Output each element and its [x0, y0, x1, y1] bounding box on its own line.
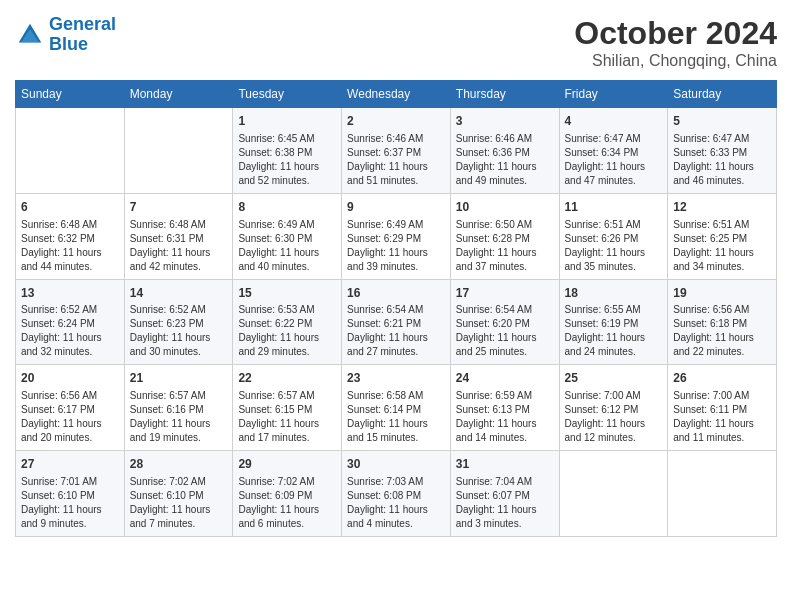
weekday-header: Sunday — [16, 81, 125, 108]
calendar-day-cell: 13Sunrise: 6:52 AMSunset: 6:24 PMDayligh… — [16, 279, 125, 365]
day-info: Sunrise: 7:03 AMSunset: 6:08 PMDaylight:… — [347, 475, 445, 531]
title-block: October 2024 Shilian, Chongqing, China — [574, 15, 777, 70]
calendar-day-cell — [559, 451, 668, 537]
calendar-day-cell: 31Sunrise: 7:04 AMSunset: 6:07 PMDayligh… — [450, 451, 559, 537]
day-number: 30 — [347, 456, 445, 473]
day-number: 16 — [347, 285, 445, 302]
day-info: Sunrise: 7:00 AMSunset: 6:11 PMDaylight:… — [673, 389, 771, 445]
day-number: 12 — [673, 199, 771, 216]
day-info: Sunrise: 6:54 AMSunset: 6:21 PMDaylight:… — [347, 303, 445, 359]
calendar-table: SundayMondayTuesdayWednesdayThursdayFrid… — [15, 80, 777, 537]
calendar-day-cell: 15Sunrise: 6:53 AMSunset: 6:22 PMDayligh… — [233, 279, 342, 365]
day-info: Sunrise: 7:02 AMSunset: 6:10 PMDaylight:… — [130, 475, 228, 531]
calendar-day-cell: 6Sunrise: 6:48 AMSunset: 6:32 PMDaylight… — [16, 193, 125, 279]
day-info: Sunrise: 6:45 AMSunset: 6:38 PMDaylight:… — [238, 132, 336, 188]
calendar-day-cell: 12Sunrise: 6:51 AMSunset: 6:25 PMDayligh… — [668, 193, 777, 279]
day-number: 9 — [347, 199, 445, 216]
day-info: Sunrise: 6:47 AMSunset: 6:34 PMDaylight:… — [565, 132, 663, 188]
calendar-day-cell — [16, 108, 125, 194]
day-info: Sunrise: 6:51 AMSunset: 6:25 PMDaylight:… — [673, 218, 771, 274]
weekday-header: Friday — [559, 81, 668, 108]
calendar-week-row: 1Sunrise: 6:45 AMSunset: 6:38 PMDaylight… — [16, 108, 777, 194]
calendar-week-row: 20Sunrise: 6:56 AMSunset: 6:17 PMDayligh… — [16, 365, 777, 451]
day-number: 1 — [238, 113, 336, 130]
day-number: 23 — [347, 370, 445, 387]
calendar-day-cell: 26Sunrise: 7:00 AMSunset: 6:11 PMDayligh… — [668, 365, 777, 451]
day-number: 18 — [565, 285, 663, 302]
calendar-day-cell: 24Sunrise: 6:59 AMSunset: 6:13 PMDayligh… — [450, 365, 559, 451]
weekday-header: Saturday — [668, 81, 777, 108]
day-number: 6 — [21, 199, 119, 216]
calendar-day-cell: 7Sunrise: 6:48 AMSunset: 6:31 PMDaylight… — [124, 193, 233, 279]
weekday-header: Tuesday — [233, 81, 342, 108]
day-info: Sunrise: 6:53 AMSunset: 6:22 PMDaylight:… — [238, 303, 336, 359]
day-info: Sunrise: 6:48 AMSunset: 6:32 PMDaylight:… — [21, 218, 119, 274]
day-number: 31 — [456, 456, 554, 473]
day-number: 13 — [21, 285, 119, 302]
day-number: 22 — [238, 370, 336, 387]
calendar-day-cell: 21Sunrise: 6:57 AMSunset: 6:16 PMDayligh… — [124, 365, 233, 451]
day-info: Sunrise: 6:57 AMSunset: 6:15 PMDaylight:… — [238, 389, 336, 445]
calendar-day-cell: 16Sunrise: 6:54 AMSunset: 6:21 PMDayligh… — [342, 279, 451, 365]
day-info: Sunrise: 6:56 AMSunset: 6:17 PMDaylight:… — [21, 389, 119, 445]
calendar-day-cell: 4Sunrise: 6:47 AMSunset: 6:34 PMDaylight… — [559, 108, 668, 194]
day-info: Sunrise: 6:57 AMSunset: 6:16 PMDaylight:… — [130, 389, 228, 445]
day-number: 4 — [565, 113, 663, 130]
day-number: 15 — [238, 285, 336, 302]
day-number: 27 — [21, 456, 119, 473]
calendar-day-cell: 11Sunrise: 6:51 AMSunset: 6:26 PMDayligh… — [559, 193, 668, 279]
day-number: 2 — [347, 113, 445, 130]
calendar-day-cell — [668, 451, 777, 537]
month-title: October 2024 — [574, 15, 777, 52]
day-number: 28 — [130, 456, 228, 473]
day-number: 5 — [673, 113, 771, 130]
logo-text: General Blue — [49, 15, 116, 55]
day-number: 20 — [21, 370, 119, 387]
day-info: Sunrise: 7:01 AMSunset: 6:10 PMDaylight:… — [21, 475, 119, 531]
calendar-day-cell: 25Sunrise: 7:00 AMSunset: 6:12 PMDayligh… — [559, 365, 668, 451]
day-number: 8 — [238, 199, 336, 216]
day-number: 3 — [456, 113, 554, 130]
calendar-day-cell: 1Sunrise: 6:45 AMSunset: 6:38 PMDaylight… — [233, 108, 342, 194]
day-number: 26 — [673, 370, 771, 387]
calendar-day-cell: 14Sunrise: 6:52 AMSunset: 6:23 PMDayligh… — [124, 279, 233, 365]
day-info: Sunrise: 7:00 AMSunset: 6:12 PMDaylight:… — [565, 389, 663, 445]
day-number: 17 — [456, 285, 554, 302]
logo-icon — [15, 20, 45, 50]
calendar-day-cell: 3Sunrise: 6:46 AMSunset: 6:36 PMDaylight… — [450, 108, 559, 194]
calendar-day-cell: 27Sunrise: 7:01 AMSunset: 6:10 PMDayligh… — [16, 451, 125, 537]
calendar-day-cell: 22Sunrise: 6:57 AMSunset: 6:15 PMDayligh… — [233, 365, 342, 451]
weekday-header: Wednesday — [342, 81, 451, 108]
calendar-week-row: 27Sunrise: 7:01 AMSunset: 6:10 PMDayligh… — [16, 451, 777, 537]
logo: General Blue — [15, 15, 116, 55]
calendar-day-cell: 30Sunrise: 7:03 AMSunset: 6:08 PMDayligh… — [342, 451, 451, 537]
day-number: 7 — [130, 199, 228, 216]
day-info: Sunrise: 6:46 AMSunset: 6:36 PMDaylight:… — [456, 132, 554, 188]
day-info: Sunrise: 6:52 AMSunset: 6:24 PMDaylight:… — [21, 303, 119, 359]
calendar-header-row: SundayMondayTuesdayWednesdayThursdayFrid… — [16, 81, 777, 108]
calendar-day-cell: 5Sunrise: 6:47 AMSunset: 6:33 PMDaylight… — [668, 108, 777, 194]
calendar-day-cell — [124, 108, 233, 194]
day-info: Sunrise: 6:49 AMSunset: 6:30 PMDaylight:… — [238, 218, 336, 274]
calendar-week-row: 13Sunrise: 6:52 AMSunset: 6:24 PMDayligh… — [16, 279, 777, 365]
calendar-day-cell: 19Sunrise: 6:56 AMSunset: 6:18 PMDayligh… — [668, 279, 777, 365]
day-info: Sunrise: 6:58 AMSunset: 6:14 PMDaylight:… — [347, 389, 445, 445]
calendar-day-cell: 8Sunrise: 6:49 AMSunset: 6:30 PMDaylight… — [233, 193, 342, 279]
page-header: General Blue October 2024 Shilian, Chong… — [15, 15, 777, 70]
day-number: 14 — [130, 285, 228, 302]
calendar-day-cell: 9Sunrise: 6:49 AMSunset: 6:29 PMDaylight… — [342, 193, 451, 279]
calendar-day-cell: 29Sunrise: 7:02 AMSunset: 6:09 PMDayligh… — [233, 451, 342, 537]
day-info: Sunrise: 7:02 AMSunset: 6:09 PMDaylight:… — [238, 475, 336, 531]
day-info: Sunrise: 6:47 AMSunset: 6:33 PMDaylight:… — [673, 132, 771, 188]
day-info: Sunrise: 6:46 AMSunset: 6:37 PMDaylight:… — [347, 132, 445, 188]
location-subtitle: Shilian, Chongqing, China — [574, 52, 777, 70]
day-info: Sunrise: 6:49 AMSunset: 6:29 PMDaylight:… — [347, 218, 445, 274]
day-number: 29 — [238, 456, 336, 473]
day-number: 11 — [565, 199, 663, 216]
day-info: Sunrise: 6:55 AMSunset: 6:19 PMDaylight:… — [565, 303, 663, 359]
day-number: 21 — [130, 370, 228, 387]
day-number: 19 — [673, 285, 771, 302]
day-info: Sunrise: 6:51 AMSunset: 6:26 PMDaylight:… — [565, 218, 663, 274]
day-info: Sunrise: 6:54 AMSunset: 6:20 PMDaylight:… — [456, 303, 554, 359]
calendar-day-cell: 18Sunrise: 6:55 AMSunset: 6:19 PMDayligh… — [559, 279, 668, 365]
